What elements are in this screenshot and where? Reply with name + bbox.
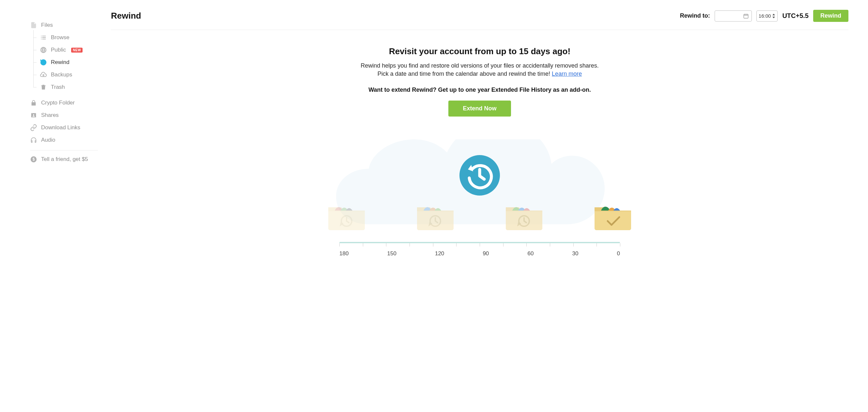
timeline-labels: 180 150 120 90 60 30 0 — [339, 248, 620, 257]
sidebar-item-label: Browse — [51, 34, 69, 41]
sidebar-item-label: Rewind — [51, 59, 69, 66]
sidebar-item-label: Tell a friend, get $5 — [41, 156, 88, 163]
stepper-icon — [772, 14, 775, 18]
sidebar-subtree: Browse Public NEW Rewind Backups Trash — [33, 31, 98, 93]
svg-point-0 — [33, 114, 34, 116]
sidebar: Files Browse Public NEW Rewind Backups — [0, 10, 98, 412]
folder-stage-icon — [326, 198, 367, 231]
sidebar-item-label: Shares — [41, 112, 59, 118]
list-icon — [40, 34, 47, 41]
time-select[interactable]: 16:00 — [756, 10, 778, 22]
timeline-label: 0 — [617, 251, 620, 257]
timeline-label: 150 — [387, 251, 396, 257]
sidebar-item-rewind[interactable]: Rewind — [40, 56, 98, 68]
link-icon — [30, 124, 37, 131]
globe-icon — [40, 46, 47, 54]
lock-icon — [30, 99, 37, 107]
extend-prompt: Want to extend Rewind? Get up to one yea… — [300, 87, 659, 93]
calendar-icon — [743, 13, 749, 19]
headline: Revisit your account from up to 15 days … — [300, 46, 659, 57]
main-content: Rewind Rewind to: 16:00 UTC+5.5 Rewind R… — [98, 10, 848, 412]
description-line-1: Rewind helps you find and restore old ve… — [300, 62, 659, 69]
sidebar-item-download-links[interactable]: Download Links — [30, 121, 98, 134]
timezone-label: UTC+5.5 — [782, 12, 809, 20]
timeline-label: 60 — [527, 251, 533, 257]
header: Rewind Rewind to: 16:00 UTC+5.5 Rewind — [111, 10, 848, 30]
svg-rect-3 — [744, 14, 748, 18]
description-line-2: Pick a date and time from the calendar a… — [300, 70, 659, 77]
page-title: Rewind — [111, 11, 141, 21]
rewind-icon — [40, 59, 47, 66]
timeline-label: 30 — [572, 251, 578, 257]
file-icon — [30, 22, 37, 29]
sidebar-item-label: Download Links — [41, 124, 80, 131]
headphones-icon — [30, 137, 37, 144]
timeline-label: 90 — [483, 251, 489, 257]
sidebar-item-label: Audio — [41, 137, 55, 143]
folder-stage-icon — [503, 198, 545, 231]
person-card-icon — [30, 112, 37, 119]
sidebar-item-label: Backups — [51, 71, 72, 78]
divider — [30, 150, 98, 150]
timeline-label: 120 — [435, 251, 444, 257]
rewind-controls: Rewind to: 16:00 UTC+5.5 Rewind — [680, 10, 848, 22]
sidebar-item-audio[interactable]: Audio — [30, 134, 98, 146]
new-badge: NEW — [71, 48, 83, 53]
folder-stage-icon — [414, 198, 456, 231]
sidebar-item-trash[interactable]: Trash — [40, 81, 98, 93]
sidebar-item-browse[interactable]: Browse — [40, 31, 98, 44]
learn-more-link[interactable]: Learn more — [552, 70, 582, 77]
sidebar-item-shares[interactable]: Shares — [30, 109, 98, 121]
sidebar-item-backups[interactable]: Backups — [40, 68, 98, 81]
date-input[interactable] — [715, 10, 752, 22]
sidebar-item-label: Files — [41, 22, 53, 28]
time-value: 16:00 — [759, 13, 771, 19]
timeline-ticks — [339, 243, 620, 248]
description-text: Pick a date and time from the calendar a… — [377, 70, 552, 77]
sidebar-item-label: Crypto Folder — [41, 99, 75, 106]
dollar-icon: $ — [30, 156, 37, 163]
sidebar-item-public[interactable]: Public NEW — [40, 44, 98, 56]
rewind-button[interactable]: Rewind — [813, 10, 848, 22]
rewind-illustration — [300, 139, 659, 231]
svg-text:$: $ — [33, 157, 35, 161]
cloud-upload-icon — [40, 71, 47, 78]
content-body: Revisit your account from up to 15 days … — [300, 30, 659, 257]
timeline-label: 180 — [339, 251, 348, 257]
sidebar-item-label: Trash — [51, 84, 65, 90]
sidebar-item-crypto[interactable]: Crypto Folder — [30, 97, 98, 109]
timeline: 180 150 120 90 60 30 0 — [339, 242, 620, 257]
sidebar-item-files[interactable]: Files — [30, 19, 98, 31]
folder-current-icon — [592, 198, 634, 231]
sidebar-item-tell-friend[interactable]: $ Tell a friend, get $5 — [30, 153, 98, 166]
extend-now-button[interactable]: Extend Now — [448, 100, 511, 117]
trash-icon — [40, 84, 47, 91]
rewind-to-label: Rewind to: — [680, 12, 710, 19]
sidebar-item-label: Public — [51, 47, 66, 53]
